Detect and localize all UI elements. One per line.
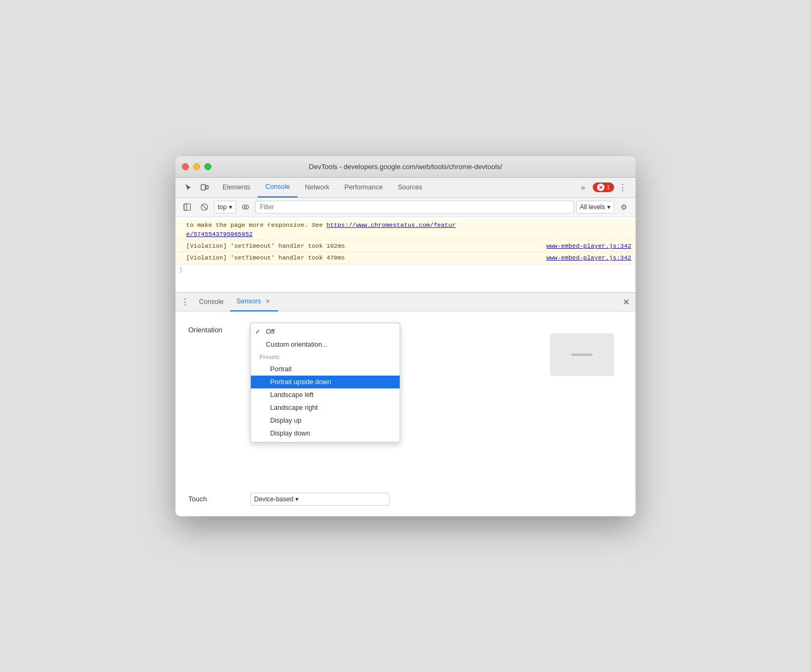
svg-rect-2 (184, 204, 187, 210)
dropdown-section-presets: Presets (251, 351, 400, 363)
console-line-violation-1: [Violation] 'setTimeout' handler took 10… (175, 240, 636, 252)
svg-line-5 (203, 205, 206, 209)
drawer-tab-sensors[interactable]: Sensors ✕ (230, 292, 278, 311)
dropdown-item-display-down[interactable]: Display down (251, 427, 400, 440)
device-toggle-icon[interactable] (197, 180, 212, 195)
minimize-button[interactable] (193, 163, 200, 170)
cursor-icon[interactable] (181, 180, 196, 195)
window-title: DevTools - developers.google.com/web/too… (309, 163, 502, 171)
violation-2-source[interactable]: www-embed-player.js:342 (546, 253, 631, 262)
dropdown-item-custom[interactable]: Custom orientation... (251, 338, 400, 351)
tab-network[interactable]: Network (297, 177, 337, 197)
drawer-menu-button[interactable]: ⋮ (178, 294, 193, 309)
tab-console[interactable]: Console (258, 177, 297, 197)
clear-console-button[interactable] (197, 200, 212, 215)
settings-gear-button[interactable]: ⚙ (616, 200, 631, 215)
orientation-row: Orientation Portrait upside down ▾ Off C… (188, 323, 623, 338)
drawer-tab-console[interactable]: Console (193, 292, 230, 311)
title-bar: DevTools - developers.google.com/web/too… (175, 156, 636, 178)
console-line-url: to make the page more responsive. See ht… (175, 219, 636, 241)
tab-elements[interactable]: Elements (215, 177, 258, 197)
touch-select[interactable]: Device-based ▾ (250, 493, 389, 506)
phone-notch (571, 354, 593, 356)
dropdown-item-display-up[interactable]: Display up (251, 414, 400, 427)
orientation-dropdown-menu: Off Custom orientation... Presets Portra… (250, 323, 400, 442)
dropdown-item-portrait[interactable]: Portrait (251, 363, 400, 376)
touch-row: Touch Device-based ▾ (188, 493, 623, 506)
traffic-lights (182, 163, 211, 170)
dropdown-item-portrait-upside-down[interactable]: Portrait upside down (251, 376, 400, 388)
violation-1-source[interactable]: www-embed-player.js:342 (546, 241, 631, 250)
chromestatus-link[interactable]: https://www.chromestatus.com/featur (326, 222, 456, 228)
dropdown-item-landscape-right[interactable]: Landscape right (251, 401, 400, 414)
touch-label: Touch (188, 495, 242, 503)
more-tabs-button[interactable]: » (576, 180, 591, 195)
main-tabs-list: Elements Console Network Performance Sou… (215, 177, 576, 197)
console-output: to make the page more responsive. See ht… (175, 217, 636, 292)
svg-point-7 (244, 206, 247, 208)
drawer-close-button[interactable]: ✕ (618, 294, 633, 309)
drawer-tabs-bar: ⋮ Console Sensors ✕ ✕ (175, 293, 636, 312)
more-options-button[interactable]: ⋮ (616, 181, 629, 194)
dropdown-item-off[interactable]: Off (251, 325, 400, 338)
chromestatus-link-2[interactable]: e/5745543795965952 (186, 231, 253, 238)
phone-mockup (550, 333, 614, 376)
filter-input[interactable] (255, 201, 574, 213)
console-expand-button[interactable]: 〉 (175, 264, 636, 276)
error-badge[interactable]: ✕ 1 (593, 182, 614, 192)
close-button[interactable] (182, 163, 189, 170)
svg-rect-3 (184, 204, 190, 210)
tabs-right-actions: » ✕ 1 ⋮ (576, 180, 633, 195)
tab-sources[interactable]: Sources (390, 177, 430, 197)
levels-select[interactable]: All levels ▾ (576, 201, 614, 213)
orientation-label: Orientation (188, 326, 242, 334)
devtools-window: DevTools - developers.google.com/web/too… (175, 156, 636, 516)
svg-rect-1 (206, 186, 208, 189)
eye-icon[interactable] (238, 200, 253, 215)
console-toolbar: top ▾ All levels ▾ ⚙ (175, 198, 636, 217)
svg-point-6 (242, 205, 249, 209)
maximize-button[interactable] (204, 163, 211, 170)
context-select[interactable]: top ▾ (214, 201, 236, 213)
svg-rect-0 (201, 185, 205, 190)
tab-toolbar-icons (178, 180, 215, 195)
drawer-tab-close-icon[interactable]: ✕ (264, 297, 272, 305)
bottom-drawer-panel: ⋮ Console Sensors ✕ ✕ Orientation Portra… (175, 292, 636, 516)
console-line-violation-2: [Violation] 'setTimeout' handler took 47… (175, 252, 636, 264)
error-icon: ✕ (597, 184, 605, 191)
sidebar-toggle-button[interactable] (180, 200, 195, 215)
orientation-dropdown-container: Portrait upside down ▾ Off Custom orient… (250, 323, 400, 338)
tab-performance[interactable]: Performance (337, 177, 391, 197)
main-tabs-bar: Elements Console Network Performance Sou… (175, 178, 636, 198)
sensors-content: Orientation Portrait upside down ▾ Off C… (175, 312, 636, 516)
dropdown-item-landscape-left[interactable]: Landscape left (251, 388, 400, 401)
